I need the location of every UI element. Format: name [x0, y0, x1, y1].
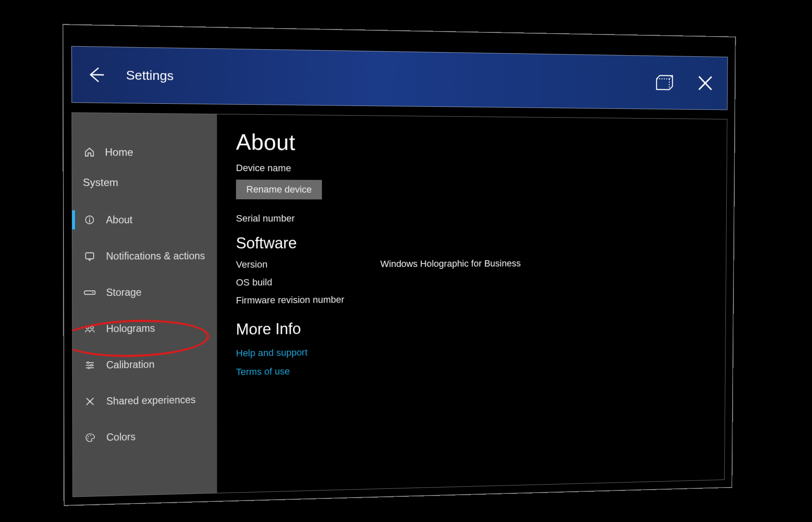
- sidebar: Home System About Notifications: [72, 113, 217, 496]
- sidebar-item-label: Notifications & actions: [106, 250, 205, 262]
- sidebar-item-calibration[interactable]: Calibration: [73, 345, 217, 384]
- svg-point-24: [90, 435, 91, 436]
- calibration-icon: [83, 360, 97, 370]
- colors-icon: [84, 432, 97, 443]
- svg-point-13: [91, 326, 93, 329]
- sidebar-item-home[interactable]: Home: [72, 136, 217, 168]
- info-icon: [83, 215, 96, 225]
- svg-point-12: [86, 327, 89, 329]
- svg-rect-9: [86, 253, 94, 258]
- rename-device-button[interactable]: Rename device: [236, 179, 322, 199]
- svg-point-17: [87, 362, 89, 364]
- sidebar-item-label: Holograms: [106, 322, 155, 335]
- svg-point-19: [88, 367, 90, 369]
- software-heading: Software: [236, 234, 710, 252]
- sidebar-item-shared[interactable]: Shared experiences: [73, 381, 217, 420]
- help-support-link[interactable]: Help and support: [236, 342, 710, 359]
- svg-point-11: [92, 292, 94, 293]
- sidebar-item-about[interactable]: About: [72, 202, 217, 238]
- follow-icon: [656, 75, 674, 91]
- svg-point-25: [87, 438, 89, 439]
- sidebar-item-label: About: [106, 214, 132, 226]
- device-name-label: Device name: [236, 163, 711, 176]
- sidebar-item-notifications[interactable]: Notifications & actions: [72, 238, 217, 274]
- os-build-label: OS build: [236, 276, 381, 288]
- sidebar-item-label: Calibration: [106, 359, 155, 371]
- sidebar-item-label: Storage: [106, 287, 142, 298]
- sidebar-item-colors[interactable]: Colors: [73, 417, 217, 456]
- svg-rect-8: [89, 219, 90, 222]
- storage-icon: [83, 289, 97, 297]
- version-label: Version: [236, 258, 381, 270]
- holograms-icon: [83, 324, 97, 334]
- svg-point-23: [88, 436, 89, 437]
- shared-icon: [83, 396, 97, 407]
- sidebar-home-label: Home: [105, 146, 133, 158]
- notification-icon: [83, 251, 97, 261]
- svg-point-7: [89, 218, 90, 219]
- sidebar-item-label: Shared experiences: [106, 394, 196, 407]
- terms-of-use-link[interactable]: Terms of use: [236, 360, 710, 377]
- window-title: Settings: [126, 68, 173, 83]
- firmware-label: Firmware revision number: [236, 294, 344, 306]
- svg-point-18: [91, 364, 92, 366]
- more-info-heading: More Info: [236, 316, 710, 339]
- page-heading: About: [236, 129, 711, 158]
- close-button[interactable]: [694, 71, 716, 95]
- sidebar-item-holograms[interactable]: Holograms: [73, 310, 217, 348]
- serial-number-label: Serial number: [236, 213, 711, 224]
- back-button[interactable]: [84, 63, 108, 87]
- content-area: Home System About Notifications: [71, 112, 727, 497]
- home-icon: [83, 147, 96, 157]
- svg-rect-10: [84, 291, 95, 294]
- sidebar-item-storage[interactable]: Storage: [72, 274, 217, 311]
- main-panel: About Device name Rename device Serial n…: [217, 114, 727, 493]
- titlebar: Settings: [71, 46, 728, 110]
- sidebar-item-label: Colors: [106, 431, 136, 443]
- version-value: Windows Holographic for Business: [380, 258, 520, 269]
- settings-window: Settings: [63, 24, 736, 506]
- close-icon: [697, 75, 713, 92]
- follow-me-button[interactable]: [654, 71, 676, 95]
- back-arrow-icon: [86, 65, 106, 84]
- sidebar-section-system: System: [72, 169, 217, 196]
